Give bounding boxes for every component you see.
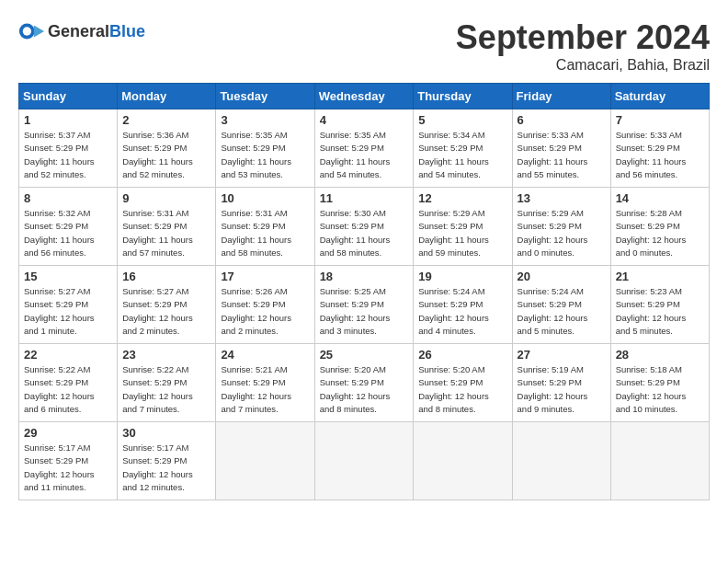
logo-blue: Blue — [109, 22, 145, 40]
title-block: September 2024 Camacari, Bahia, Brazil — [456, 18, 710, 74]
calendar-cell: 18Sunrise: 5:25 AM Sunset: 5:29 PM Dayli… — [314, 266, 414, 344]
day-info: Sunrise: 5:20 AM Sunset: 5:29 PM Dayligh… — [320, 363, 409, 416]
day-info: Sunrise: 5:34 AM Sunset: 5:29 PM Dayligh… — [418, 129, 506, 181]
page-header: GeneralBlue September 2024 Camacari, Bah… — [18, 18, 710, 74]
calendar-cell: 4Sunrise: 5:35 AM Sunset: 5:29 PM Daylig… — [314, 109, 414, 188]
calendar-cell: 22Sunrise: 5:22 AM Sunset: 5:29 PM Dayli… — [19, 344, 118, 422]
week-row-5: 29Sunrise: 5:17 AM Sunset: 5:29 PM Dayli… — [19, 422, 710, 500]
calendar-cell: 6Sunrise: 5:33 AM Sunset: 5:29 PM Daylig… — [512, 109, 610, 188]
calendar-table: SundayMondayTuesdayWednesdayThursdayFrid… — [18, 83, 710, 500]
day-number: 15 — [24, 270, 112, 283]
day-info: Sunrise: 5:28 AM Sunset: 5:29 PM Dayligh… — [616, 207, 704, 259]
week-row-3: 15Sunrise: 5:27 AM Sunset: 5:29 PM Dayli… — [19, 266, 710, 344]
header-cell-wednesday: Wednesday — [314, 84, 414, 109]
calendar-cell — [314, 422, 414, 500]
header-cell-friday: Friday — [512, 84, 610, 109]
day-number: 11 — [320, 191, 409, 205]
day-number: 6 — [518, 113, 606, 127]
header-cell-thursday: Thursday — [414, 84, 512, 109]
day-info: Sunrise: 5:17 AM Sunset: 5:29 PM Dayligh… — [24, 442, 112, 494]
day-number: 30 — [122, 426, 210, 440]
day-number: 22 — [24, 348, 112, 362]
calendar-cell: 30Sunrise: 5:17 AM Sunset: 5:29 PM Dayli… — [118, 422, 216, 500]
calendar-cell: 23Sunrise: 5:22 AM Sunset: 5:29 PM Dayli… — [118, 344, 216, 422]
day-number: 5 — [418, 113, 506, 127]
location: Camacari, Bahia, Brazil — [456, 57, 710, 74]
calendar-cell: 24Sunrise: 5:21 AM Sunset: 5:29 PM Dayli… — [216, 344, 314, 422]
month-title: September 2024 — [456, 18, 710, 57]
day-info: Sunrise: 5:29 AM Sunset: 5:29 PM Dayligh… — [518, 207, 606, 259]
logo-icon — [18, 18, 44, 44]
svg-point-2 — [23, 27, 31, 35]
header-cell-tuesday: Tuesday — [216, 84, 314, 109]
header-row: SundayMondayTuesdayWednesdayThursdayFrid… — [19, 84, 710, 109]
day-info: Sunrise: 5:33 AM Sunset: 5:29 PM Dayligh… — [616, 129, 704, 181]
day-info: Sunrise: 5:19 AM Sunset: 5:29 PM Dayligh… — [518, 363, 606, 416]
day-number: 14 — [616, 191, 704, 205]
day-number: 17 — [221, 270, 309, 283]
day-info: Sunrise: 5:21 AM Sunset: 5:29 PM Dayligh… — [221, 363, 309, 416]
day-number: 16 — [122, 270, 210, 283]
day-number: 24 — [221, 348, 309, 362]
day-info: Sunrise: 5:17 AM Sunset: 5:29 PM Dayligh… — [122, 442, 210, 494]
day-info: Sunrise: 5:35 AM Sunset: 5:29 PM Dayligh… — [221, 129, 309, 181]
day-number: 1 — [24, 113, 112, 127]
day-info: Sunrise: 5:30 AM Sunset: 5:29 PM Dayligh… — [320, 207, 409, 259]
week-row-1: 1Sunrise: 5:37 AM Sunset: 5:29 PM Daylig… — [19, 109, 710, 188]
calendar-cell: 28Sunrise: 5:18 AM Sunset: 5:29 PM Dayli… — [610, 344, 709, 422]
day-number: 18 — [320, 270, 409, 283]
day-info: Sunrise: 5:24 AM Sunset: 5:29 PM Dayligh… — [418, 285, 506, 338]
calendar-body: 1Sunrise: 5:37 AM Sunset: 5:29 PM Daylig… — [19, 109, 710, 500]
calendar-cell: 11Sunrise: 5:30 AM Sunset: 5:29 PM Dayli… — [314, 188, 414, 266]
day-number: 7 — [616, 113, 704, 127]
calendar-cell: 5Sunrise: 5:34 AM Sunset: 5:29 PM Daylig… — [414, 109, 512, 188]
calendar-cell: 9Sunrise: 5:31 AM Sunset: 5:29 PM Daylig… — [118, 188, 216, 266]
day-number: 2 — [122, 113, 210, 127]
calendar-cell: 17Sunrise: 5:26 AM Sunset: 5:29 PM Dayli… — [216, 266, 314, 344]
calendar-cell: 26Sunrise: 5:20 AM Sunset: 5:29 PM Dayli… — [414, 344, 512, 422]
svg-marker-1 — [34, 25, 44, 37]
day-info: Sunrise: 5:18 AM Sunset: 5:29 PM Dayligh… — [616, 363, 704, 416]
calendar-cell: 19Sunrise: 5:24 AM Sunset: 5:29 PM Dayli… — [414, 266, 512, 344]
day-info: Sunrise: 5:22 AM Sunset: 5:29 PM Dayligh… — [24, 363, 112, 416]
calendar-cell: 16Sunrise: 5:27 AM Sunset: 5:29 PM Dayli… — [118, 266, 216, 344]
day-info: Sunrise: 5:31 AM Sunset: 5:29 PM Dayligh… — [122, 207, 210, 259]
calendar-header: SundayMondayTuesdayWednesdayThursdayFrid… — [19, 84, 710, 109]
day-number: 10 — [221, 191, 309, 205]
calendar-cell: 15Sunrise: 5:27 AM Sunset: 5:29 PM Dayli… — [19, 266, 118, 344]
calendar-cell: 14Sunrise: 5:28 AM Sunset: 5:29 PM Dayli… — [610, 188, 709, 266]
header-cell-saturday: Saturday — [610, 84, 709, 109]
calendar-cell: 2Sunrise: 5:36 AM Sunset: 5:29 PM Daylig… — [118, 109, 216, 188]
calendar-cell: 7Sunrise: 5:33 AM Sunset: 5:29 PM Daylig… — [610, 109, 709, 188]
day-number: 19 — [418, 270, 506, 283]
day-number: 21 — [616, 270, 704, 283]
day-number: 12 — [418, 191, 506, 205]
calendar-cell — [216, 422, 314, 500]
day-info: Sunrise: 5:29 AM Sunset: 5:29 PM Dayligh… — [418, 207, 506, 259]
day-number: 8 — [24, 191, 112, 205]
day-info: Sunrise: 5:20 AM Sunset: 5:29 PM Dayligh… — [418, 363, 506, 416]
calendar-cell — [512, 422, 610, 500]
logo-general: General — [48, 22, 109, 40]
calendar-cell: 25Sunrise: 5:20 AM Sunset: 5:29 PM Dayli… — [314, 344, 414, 422]
calendar-cell: 10Sunrise: 5:31 AM Sunset: 5:29 PM Dayli… — [216, 188, 314, 266]
calendar-cell: 12Sunrise: 5:29 AM Sunset: 5:29 PM Dayli… — [414, 188, 512, 266]
day-info: Sunrise: 5:31 AM Sunset: 5:29 PM Dayligh… — [221, 207, 309, 259]
week-row-4: 22Sunrise: 5:22 AM Sunset: 5:29 PM Dayli… — [19, 344, 710, 422]
day-number: 4 — [320, 113, 409, 127]
day-info: Sunrise: 5:22 AM Sunset: 5:29 PM Dayligh… — [122, 363, 210, 416]
day-info: Sunrise: 5:23 AM Sunset: 5:29 PM Dayligh… — [616, 285, 704, 338]
calendar-cell: 21Sunrise: 5:23 AM Sunset: 5:29 PM Dayli… — [610, 266, 709, 344]
calendar-cell: 29Sunrise: 5:17 AM Sunset: 5:29 PM Dayli… — [19, 422, 118, 500]
week-row-2: 8Sunrise: 5:32 AM Sunset: 5:29 PM Daylig… — [19, 188, 710, 266]
day-number: 23 — [122, 348, 210, 362]
calendar-cell — [414, 422, 512, 500]
day-number: 29 — [24, 426, 112, 440]
day-info: Sunrise: 5:37 AM Sunset: 5:29 PM Dayligh… — [24, 129, 112, 181]
calendar-cell: 27Sunrise: 5:19 AM Sunset: 5:29 PM Dayli… — [512, 344, 610, 422]
day-number: 9 — [122, 191, 210, 205]
logo: GeneralBlue — [18, 18, 145, 44]
day-info: Sunrise: 5:35 AM Sunset: 5:29 PM Dayligh… — [320, 129, 409, 181]
calendar-cell: 13Sunrise: 5:29 AM Sunset: 5:29 PM Dayli… — [512, 188, 610, 266]
calendar-cell: 8Sunrise: 5:32 AM Sunset: 5:29 PM Daylig… — [19, 188, 118, 266]
